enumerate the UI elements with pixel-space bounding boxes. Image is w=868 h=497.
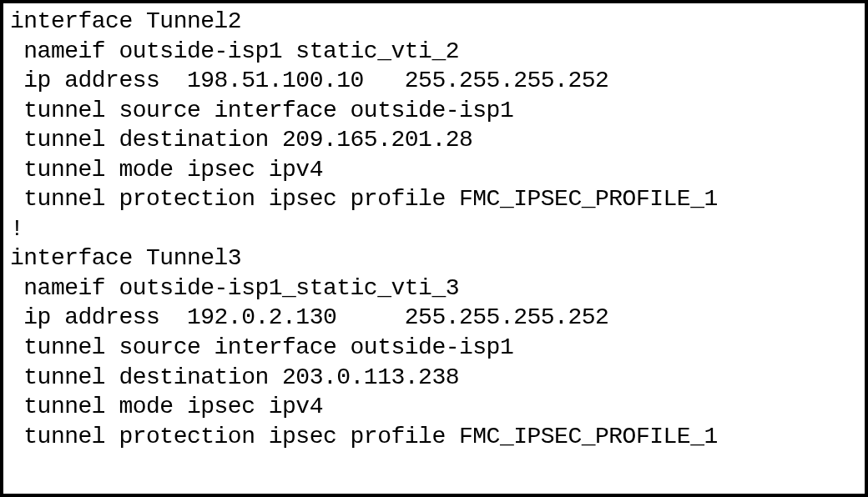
tunnel-destination-line: tunnel destination 203.0.113.238 <box>10 363 858 393</box>
tunnel-source-line: tunnel source interface outside-isp1 <box>10 333 858 363</box>
tunnel-destination-line: tunnel destination 209.165.201.28 <box>10 125 858 155</box>
ip-address-line: ip address 198.51.100.10 255.255.255.252 <box>10 66 858 96</box>
tunnel-mode-line: tunnel mode ipsec ipv4 <box>10 155 858 185</box>
tunnel-protection-line: tunnel protection ipsec profile FMC_IPSE… <box>10 422 858 452</box>
tunnel-mode-line: tunnel mode ipsec ipv4 <box>10 392 858 422</box>
terminal-output: interface Tunnel2 nameif outside-isp1 st… <box>0 0 868 497</box>
nameif-line: nameif outside-isp1_static_vti_3 <box>10 274 858 304</box>
interface-header: interface Tunnel3 <box>10 243 858 274</box>
interface-header: interface Tunnel2 <box>10 7 858 37</box>
tunnel-protection-line: tunnel protection ipsec profile FMC_IPSE… <box>10 184 858 214</box>
tunnel-source-line: tunnel source interface outside-isp1 <box>10 96 858 126</box>
nameif-line: nameif outside-isp1 static_vti_2 <box>10 37 858 67</box>
ip-address-line: ip address 192.0.2.130 255.255.255.252 <box>10 303 858 333</box>
separator-line: ! <box>10 214 858 244</box>
